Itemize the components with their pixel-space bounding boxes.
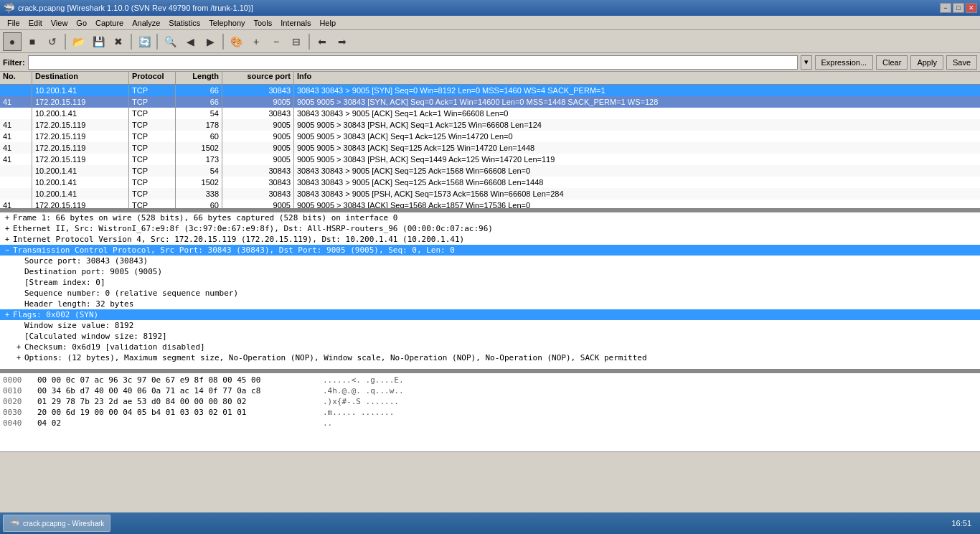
capture-start-button[interactable]: ● [3, 32, 22, 51]
cell-proto: TCP [129, 177, 176, 188]
cell-proto: TCP [129, 188, 176, 200]
cell-info: 9005 9005 > 30843 [PSH, ACK] Seq=1 Ack=1… [294, 119, 980, 131]
detail-expand-icon[interactable]: + [3, 235, 11, 243]
table-row[interactable]: 10.200.1.41 TCP 54 30843 30843 30843 > 9… [0, 108, 980, 119]
hex-bytes: 01 29 78 7b 23 2d ae 53 d0 84 00 00 00 8… [37, 396, 317, 407]
menu-item-file[interactable]: File [3, 17, 24, 29]
save-filter-button[interactable]: Save [946, 55, 977, 70]
prev-button[interactable]: ◀ [181, 32, 199, 51]
separator2 [131, 34, 132, 50]
close-file-button[interactable]: ✖ [109, 32, 128, 51]
reload-button[interactable]: 🔄 [135, 32, 154, 51]
detail-text: Sequence number: 0 (relative sequence nu… [24, 289, 977, 298]
menu-item-go[interactable]: Go [72, 17, 91, 29]
detail-row[interactable]: [Calculated window size: 8192] [0, 331, 980, 342]
titlebar: 🦈 crack.pcapng [Wireshark 1.10.0 (SVN Re… [0, 0, 980, 16]
cell-proto: TCP [129, 85, 176, 96]
expression-button[interactable]: Expression... [815, 55, 874, 70]
apply-filter-button[interactable]: Apply [910, 55, 943, 70]
detail-text: Flags: 0x002 (SYN) [13, 310, 977, 319]
zoom-out-button[interactable]: − [267, 32, 286, 51]
back-button[interactable]: ⬅ [313, 32, 331, 51]
color-button[interactable]: 🎨 [227, 32, 245, 51]
detail-text: Destination port: 9005 (9005) [24, 267, 977, 276]
maximize-button[interactable]: □ [953, 3, 964, 13]
packet-list: No. Destination Protocol Length source p… [0, 72, 980, 210]
table-row[interactable]: 10.200.1.41 TCP 66 30843 30843 30843 > 9… [0, 85, 980, 96]
table-row[interactable]: 41 172.20.15.119 TCP 1502 9005 9005 9005… [0, 142, 980, 154]
menu-item-telephony[interactable]: Telephony [204, 17, 249, 29]
capture-stop-button[interactable]: ■ [23, 32, 42, 51]
detail-text: Ethernet II, Src: WistronI_67:e9:8f (3c:… [13, 224, 977, 233]
table-row[interactable]: 41 172.20.15.119 TCP 60 9005 9005 9005 >… [0, 200, 980, 210]
table-row[interactable]: 41 172.20.15.119 TCP 173 9005 9005 9005 … [0, 154, 980, 165]
detail-row[interactable]: + Internet Protocol Version 4, Src: 172.… [0, 234, 980, 245]
detail-expand-icon[interactable]: − [3, 246, 11, 254]
clear-filter-button[interactable]: Clear [876, 55, 908, 70]
menu-item-statistics[interactable]: Statistics [164, 17, 204, 29]
filter-dropdown-button[interactable]: ▾ [801, 55, 812, 70]
fwd-button[interactable]: ➡ [333, 32, 352, 51]
save-file-button[interactable]: 💾 [89, 32, 108, 51]
detail-row[interactable]: + Ethernet II, Src: WistronI_67:e9:8f (3… [0, 223, 980, 234]
menu-item-analyze[interactable]: Analyze [128, 17, 164, 29]
cell-proto: TCP [129, 154, 176, 165]
detail-text: Options: (12 bytes), Maximum segment siz… [24, 353, 977, 362]
table-row[interactable]: 41 172.20.15.119 TCP 178 9005 9005 9005 … [0, 119, 980, 131]
cell-no: 41 [0, 200, 32, 210]
table-row[interactable]: 10.200.1.41 TCP 338 30843 30843 30843 > … [0, 188, 980, 200]
detail-expand-icon[interactable]: + [3, 225, 11, 233]
table-row[interactable]: 10.200.1.41 TCP 1502 30843 30843 30843 >… [0, 177, 980, 188]
detail-row[interactable]: Header length: 32 bytes [0, 299, 980, 309]
task-icon: 🦈 [9, 518, 20, 528]
cell-no [0, 108, 32, 119]
detail-row[interactable]: Sequence number: 0 (relative sequence nu… [0, 288, 980, 299]
detail-text: [Calculated window size: 8192] [24, 332, 977, 341]
detail-expand-icon[interactable]: + [3, 311, 11, 319]
table-row[interactable]: 41 172.20.15.119 TCP 60 9005 9005 9005 >… [0, 131, 980, 142]
menu-item-edit[interactable]: Edit [24, 17, 47, 29]
menu-item-internals[interactable]: Internals [276, 17, 315, 29]
detail-row[interactable]: Destination port: 9005 (9005) [0, 266, 980, 277]
table-row[interactable]: 41 172.20.15.119 TCP 66 9005 9005 9005 >… [0, 96, 980, 108]
detail-row[interactable]: [Stream index: 0] [0, 277, 980, 288]
menu-item-tools[interactable]: Tools [250, 17, 277, 29]
cell-dest: 172.20.15.119 [32, 200, 129, 210]
hex-ascii: .m..... ....... [323, 407, 394, 418]
detail-row[interactable]: + Checksum: 0x6d19 [validation disabled] [0, 342, 980, 352]
open-file-button[interactable]: 📂 [69, 32, 88, 51]
filter-label: Filter: [3, 58, 25, 67]
cell-no: 41 [0, 154, 32, 165]
taskbar-wireshark[interactable]: 🦈 crack.pcapng - Wireshark [3, 515, 110, 532]
detail-row[interactable]: Source port: 30843 (30843) [0, 256, 980, 266]
zoom-in-button[interactable]: + [247, 32, 265, 51]
capture-restart-button[interactable]: ↺ [43, 32, 62, 51]
hex-offset: 0000 [3, 375, 32, 385]
col-header-srcport: source port [222, 72, 294, 84]
detail-expand-icon[interactable]: + [14, 354, 23, 362]
detail-expand-icon[interactable]: + [3, 214, 11, 222]
packet-list-scroll[interactable]: 10.200.1.41 TCP 66 30843 30843 30843 > 9… [0, 85, 980, 210]
close-button[interactable]: ✕ [966, 3, 977, 13]
detail-row[interactable]: + Frame 1: 66 bytes on wire (528 bits), … [0, 212, 980, 223]
detail-expand-icon[interactable]: + [14, 343, 23, 351]
detail-row[interactable]: Window size value: 8192 [0, 320, 980, 331]
titlebar-left: 🦈 crack.pcapng [Wireshark 1.10.0 (SVN Re… [3, 2, 253, 14]
find-button[interactable]: 🔍 [161, 32, 179, 51]
menu-item-capture[interactable]: Capture [91, 17, 128, 29]
cell-info: 30843 30843 > 9005 [ACK] Seq=1 Ack=1 Win… [294, 108, 980, 119]
minimize-button[interactable]: − [940, 3, 951, 13]
cell-info: 9005 9005 > 30843 [SYN, ACK] Seq=0 Ack=1… [294, 96, 980, 108]
menu-item-view[interactable]: View [47, 17, 72, 29]
filter-input[interactable] [28, 55, 798, 70]
cell-proto: TCP [129, 200, 176, 210]
cell-info: 9005 9005 > 30843 [ACK] Seq=1568 Ack=185… [294, 200, 980, 210]
table-row[interactable]: 10.200.1.41 TCP 54 30843 30843 30843 > 9… [0, 165, 980, 177]
cell-srcport: 9005 [222, 154, 294, 165]
zoom-reset-button[interactable]: ⊟ [287, 32, 306, 51]
detail-row[interactable]: + Flags: 0x002 (SYN) [0, 309, 980, 320]
detail-row[interactable]: − Transmission Control Protocol, Src Por… [0, 245, 980, 256]
detail-row[interactable]: + Options: (12 bytes), Maximum segment s… [0, 352, 980, 363]
menu-item-help[interactable]: Help [315, 17, 340, 29]
next-button[interactable]: ▶ [201, 32, 220, 51]
